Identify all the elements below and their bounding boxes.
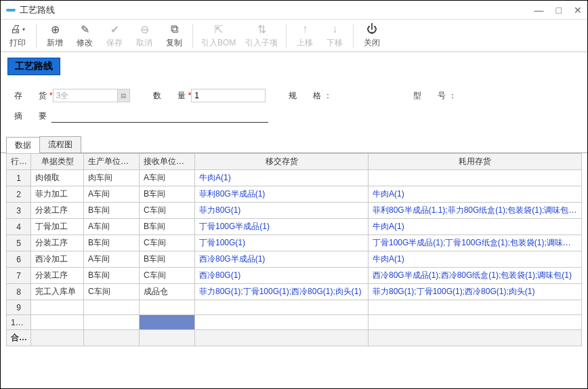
col-deliver[interactable]: 移交存货: [195, 154, 369, 170]
tabs: 数据 流程图: [1, 136, 587, 153]
table-row[interactable]: 5分装工序B车间C车间丁骨100G(1)丁骨100G半成品(1);丁骨100G纸…: [7, 235, 582, 251]
cell-prod[interactable]: [84, 300, 140, 315]
import-sub-button[interactable]: ⇅ 引入子项: [241, 21, 282, 51]
grid[interactable]: 行号 单据类型 生产单位全名 接收单位全名 移交存货 耗用存货 1肉领取肉车间A…: [6, 153, 582, 378]
cell-prod[interactable]: A车间: [84, 186, 140, 203]
cell-recv[interactable]: B车间: [140, 219, 195, 235]
cell-recv[interactable]: C车间: [140, 268, 195, 284]
tab-data[interactable]: 数据: [6, 137, 40, 153]
cell-consume[interactable]: [369, 300, 582, 315]
cell-prod[interactable]: A车间: [84, 219, 140, 235]
cell-prod[interactable]: 肉车间: [84, 170, 140, 186]
cell-type[interactable]: [31, 315, 84, 330]
print-button[interactable]: 🖨▾ 打印: [3, 21, 32, 51]
copy-button[interactable]: ⧉ 复制: [160, 21, 188, 51]
cell-prod[interactable]: [84, 315, 140, 330]
cell-recv[interactable]: B车间: [140, 251, 195, 268]
row-number: 4: [7, 219, 31, 235]
cell-deliver[interactable]: 西冷80G半成品(1): [195, 251, 369, 268]
cell-consume[interactable]: 牛肉A(1): [369, 219, 582, 235]
cell-consume[interactable]: [369, 170, 582, 186]
table-row[interactable]: 9: [7, 300, 582, 315]
cell-prod[interactable]: A车间: [84, 251, 140, 268]
cell-consume[interactable]: 西冷80G半成品(1);西冷80G纸盒(1);包装袋(1);调味包(1): [369, 268, 582, 284]
table-row[interactable]: 1肉领取肉车间A车间牛肉A(1): [7, 170, 582, 186]
cancel-button[interactable]: ⊖ 取消: [130, 21, 159, 51]
cell-recv[interactable]: A车间: [140, 170, 195, 186]
cell-prod[interactable]: B车间: [84, 268, 140, 284]
move-down-button[interactable]: ↓ 下移: [320, 21, 349, 51]
cell-type[interactable]: 菲力加工: [31, 186, 84, 203]
separator: [36, 24, 37, 48]
cell-deliver[interactable]: 菲力80G(1): [195, 203, 369, 219]
tab-flow[interactable]: 流程图: [39, 136, 81, 152]
minimize-button[interactable]: —: [534, 5, 544, 16]
cell-deliver[interactable]: [195, 315, 369, 330]
summary-input[interactable]: [51, 109, 268, 123]
cell-consume[interactable]: 丁骨100G半成品(1);丁骨100G纸盒(1);包装袋(1);调味包(1): [369, 235, 582, 251]
save-button[interactable]: ✔ 保存: [100, 21, 129, 51]
table-row[interactable]: 2菲力加工A车间B车间菲利80G半成品(1)牛肉A(1): [7, 186, 582, 203]
close-label: 关闭: [364, 37, 380, 49]
stock-input[interactable]: [53, 89, 118, 102]
cell-consume[interactable]: 菲力80G(1);丁骨100G(1);西冷80G(1);肉头(1): [369, 284, 582, 300]
cell-type[interactable]: 分装工序: [31, 235, 84, 251]
col-type[interactable]: 单据类型: [31, 154, 84, 170]
cell-prod[interactable]: B车间: [84, 203, 140, 219]
table-row[interactable]: 6西冷加工A车间B车间西冷80G半成品(1)牛肉A(1): [7, 251, 582, 268]
maximize-button[interactable]: □: [556, 5, 562, 16]
plus-circle-icon: ⊕: [51, 22, 60, 36]
cell-deliver[interactable]: 牛肉A(1): [195, 170, 369, 186]
cell-recv[interactable]: B车间: [140, 186, 195, 203]
cell-type[interactable]: 分装工序: [31, 268, 84, 284]
sum-label: 合计: [7, 330, 31, 346]
edit-button[interactable]: ✎ 修改: [70, 21, 99, 51]
col-prod[interactable]: 生产单位全名: [84, 154, 140, 170]
cell-deliver[interactable]: 西冷80G(1): [195, 268, 369, 284]
cell-type[interactable]: [31, 300, 84, 315]
cell-consume[interactable]: 菲利80G半成品(1.1);菲力80G纸盒(1);包装袋(1);调味包(1): [369, 203, 582, 219]
close-button[interactable]: ⏻ 关闭: [358, 21, 386, 51]
cell-type[interactable]: 肉领取: [31, 170, 84, 186]
table-row[interactable]: 4丁骨加工A车间B车间丁骨100G半成品(1)牛肉A(1): [7, 219, 582, 235]
qty-input[interactable]: [191, 89, 266, 102]
cell-type[interactable]: 分装工序: [31, 203, 84, 219]
cell-consume[interactable]: [369, 315, 582, 330]
cell-prod[interactable]: C车间: [84, 284, 140, 300]
cell-deliver[interactable]: [195, 300, 369, 315]
cell-recv[interactable]: C车间: [140, 235, 195, 251]
copy-label: 复制: [166, 37, 182, 49]
col-consume[interactable]: 耗用存货: [369, 154, 582, 170]
cell-consume[interactable]: 牛肉A(1): [369, 251, 582, 268]
col-rownum[interactable]: 行号: [7, 154, 31, 170]
table-row[interactable]: 3分装工序B车间C车间菲力80G(1)菲利80G半成品(1.1);菲力80G纸盒…: [7, 203, 582, 219]
cell-type[interactable]: 西冷加工: [31, 251, 84, 268]
close-window-button[interactable]: ✕: [574, 5, 582, 16]
move-up-button[interactable]: ↑ 上移: [291, 21, 319, 51]
cell-recv[interactable]: 成品仓: [140, 284, 195, 300]
cell-type[interactable]: 丁骨加工: [31, 219, 84, 235]
cell-consume[interactable]: 牛肉A(1): [369, 186, 582, 203]
table-row[interactable]: 7分装工序B车间C车间西冷80G(1)西冷80G半成品(1);西冷80G纸盒(1…: [7, 268, 582, 284]
cell-deliver[interactable]: 菲力80G(1);丁骨100G(1);西冷80G(1);肉头(1): [195, 284, 369, 300]
save-label: 保存: [106, 37, 123, 49]
print-label: 打印: [9, 37, 26, 49]
form-area: 存 货 * ▤ 数 量 * 规 格 ： 型 号 ： 摘 要: [1, 81, 587, 134]
row-number: 5: [7, 235, 31, 251]
row-number: 3: [7, 203, 31, 219]
cell-deliver[interactable]: 菲利80G半成品(1): [195, 186, 369, 203]
cell-recv[interactable]: [140, 300, 195, 315]
cell-recv[interactable]: [140, 315, 195, 330]
import-bom-button[interactable]: ⇱ 引入BOM: [197, 21, 240, 51]
cell-type[interactable]: 完工入库单: [31, 284, 84, 300]
add-button[interactable]: ⊕ 新增: [41, 21, 69, 51]
cell-deliver[interactable]: 丁骨100G(1): [195, 235, 369, 251]
stock-picker-button[interactable]: ▤: [118, 89, 130, 102]
col-recv[interactable]: 接收单位全名: [140, 154, 195, 170]
colon: ：: [448, 90, 457, 102]
table-row[interactable]: 10 ▶: [7, 315, 582, 330]
cell-prod[interactable]: B车间: [84, 235, 140, 251]
cell-deliver[interactable]: 丁骨100G半成品(1): [195, 219, 369, 235]
table-row[interactable]: 8完工入库单C车间成品仓菲力80G(1);丁骨100G(1);西冷80G(1);…: [7, 284, 582, 300]
cell-recv[interactable]: C车间: [140, 203, 195, 219]
